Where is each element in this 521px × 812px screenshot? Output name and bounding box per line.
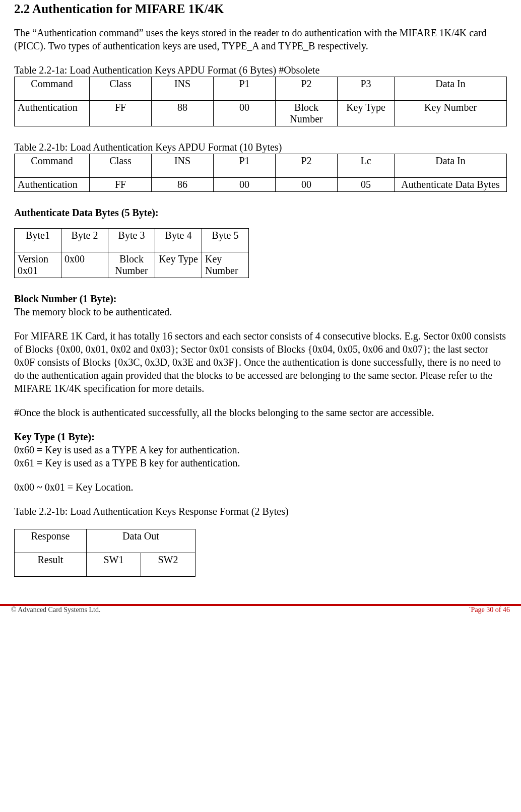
keytype-heading: Key Type (1 Byte): (14, 431, 95, 442)
response-table-caption: Table 2.2-1b: Load Authentication Keys R… (14, 505, 507, 518)
th-response: Response (15, 529, 87, 553)
td-data-in: Key Number (395, 101, 507, 126)
table-header-row: Command Class INS P1 P2 P3 Data In (15, 77, 507, 101)
table-response-format: Response Data Out Result SW1 SW2 (14, 529, 196, 577)
td-result: Result (15, 553, 87, 577)
th-command: Command (15, 77, 90, 101)
td-p1: 00 (214, 178, 276, 192)
document-page: 2.2 Authentication for MIFARE 1K/4K The … (0, 2, 521, 577)
td-ins: 88 (152, 101, 214, 126)
th-lc: Lc (338, 154, 395, 178)
blocknum-desc: The memory block to be authenticated. (14, 305, 507, 318)
th-p1: P1 (214, 154, 276, 178)
th-data-out: Data Out (87, 529, 196, 553)
th-byte3: Byte 3 (108, 229, 155, 252)
th-p3: P3 (338, 77, 395, 101)
th-byte2: Byte 2 (61, 229, 108, 252)
table-row: Result SW1 SW2 (15, 553, 196, 577)
blocknum-note: #Once the block is authenticated success… (14, 406, 507, 419)
table-header-row: Command Class INS P1 P2 Lc Data In (15, 154, 507, 178)
td-byte1: Version 0x01 (15, 252, 61, 278)
footer-copyright: © Advanced Card Systems Ltd. (0, 606, 100, 614)
th-p1: P1 (214, 77, 276, 101)
table-row: Authentication FF 86 00 00 05 Authentica… (15, 178, 507, 192)
td-p3: Key Type (338, 101, 395, 126)
th-byte4: Byte 4 (155, 229, 202, 252)
table-authenticate-data-bytes: Byte1 Byte 2 Byte 3 Byte 4 Byte 5 Versio… (14, 228, 249, 278)
th-data-in: Data In (395, 77, 507, 101)
table-apdu-6-bytes: Command Class INS P1 P2 P3 Data In Authe… (14, 77, 507, 126)
intro-paragraph: The “Authentication command” uses the ke… (14, 26, 507, 52)
section-title: 2.2 Authentication for MIFARE 1K/4K (14, 2, 507, 16)
td-command: Authentication (15, 178, 90, 192)
table-header-row: Byte1 Byte 2 Byte 3 Byte 4 Byte 5 (15, 229, 249, 252)
th-p2: P2 (276, 77, 338, 101)
blocknum-paragraph: For MIFARE 1K Card, it has totally 16 se… (14, 329, 507, 395)
footer-page-number: `Page 30 of 46 (469, 606, 521, 614)
th-p2: P2 (276, 154, 338, 178)
th-command: Command (15, 154, 90, 178)
td-sw1: SW1 (87, 553, 141, 577)
table-header-row: Response Data Out (15, 529, 196, 553)
td-command: Authentication (15, 101, 90, 126)
th-byte5: Byte 5 (202, 229, 249, 252)
td-p2: 00 (276, 178, 338, 192)
adb-heading: Authenticate Data Bytes (5 Byte): (14, 206, 507, 219)
td-p1: 00 (214, 101, 276, 126)
td-p2: Block Number (276, 101, 338, 126)
table-row: Authentication FF 88 00 Block Number Key… (15, 101, 507, 126)
blocknum-heading: Block Number (1 Byte): (14, 293, 117, 304)
td-byte3: Block Number (108, 252, 155, 278)
th-ins: INS (152, 154, 214, 178)
td-byte5: Key Number (202, 252, 249, 278)
td-byte2: 0x00 (61, 252, 108, 278)
table-row: Version 0x01 0x00 Block Number Key Type … (15, 252, 249, 278)
keytype-line1: 0x60 = Key is used as a TYPE A key for a… (14, 443, 507, 456)
td-class: FF (90, 101, 152, 126)
th-data-in: Data In (395, 154, 507, 178)
td-ins: 86 (152, 178, 214, 192)
td-class: FF (90, 178, 152, 192)
th-class: Class (90, 154, 152, 178)
table-apdu-10-bytes: Command Class INS P1 P2 Lc Data In Authe… (14, 154, 507, 192)
td-sw2: SW2 (141, 553, 196, 577)
page-footer: © Advanced Card Systems Ltd. `Page 30 of… (0, 604, 521, 620)
keytype-line3: 0x00 ~ 0x01 = Key Location. (14, 481, 507, 494)
th-ins: INS (152, 77, 214, 101)
th-byte1: Byte1 (15, 229, 61, 252)
table1-caption: Table 2.2-1a: Load Authentication Keys A… (14, 63, 507, 77)
td-lc: 05 (338, 178, 395, 192)
th-class: Class (90, 77, 152, 101)
td-data-in: Authenticate Data Bytes (395, 178, 507, 192)
td-byte4: Key Type (155, 252, 202, 278)
table2-caption: Table 2.2-1b: Load Authentication Keys A… (14, 141, 507, 154)
keytype-line2: 0x61 = Key is used as a TYPE B key for a… (14, 456, 507, 469)
